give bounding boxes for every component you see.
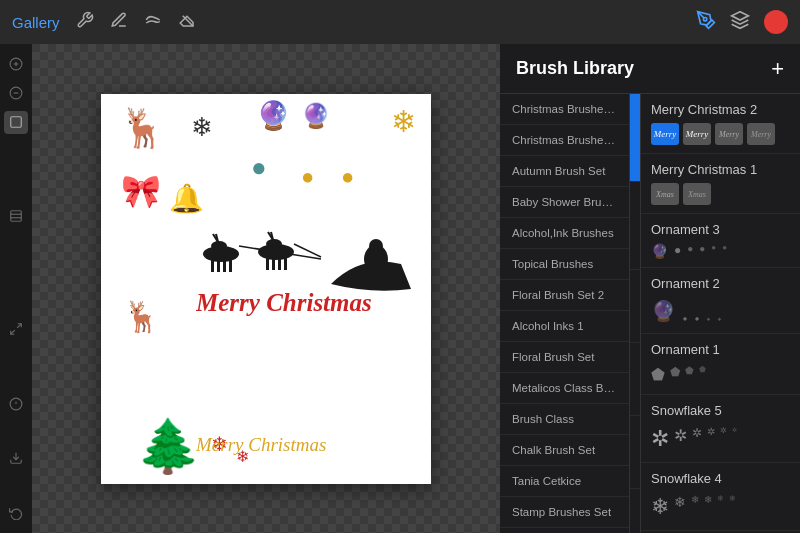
gold-snowflake: ❄	[391, 104, 416, 139]
brush-group-merry-christmas-1: Merry Christmas 1 Xmas Xmas	[641, 154, 800, 214]
svg-point-0	[704, 18, 707, 21]
ornament2-sm-4: ⬥	[717, 314, 722, 323]
left-tool-4[interactable]	[4, 204, 28, 227]
ornament3-item-3: ●	[687, 243, 693, 259]
brush-list: Merry Christmas 2Merry Christmas 1Orname…	[630, 94, 640, 533]
svg-rect-28	[272, 258, 275, 270]
ornament2-items: 🔮 ⬥ ⬥ ⬥ ⬥	[651, 297, 790, 325]
category-item-floral-brush-set[interactable]: Floral Brush Set	[500, 342, 629, 373]
brush-group-snowflake-5-label: Snowflake 5	[651, 403, 790, 418]
brush-group-snowflake-4-label: Snowflake 4	[651, 471, 790, 486]
gold-ornament-1: 🔮	[256, 99, 291, 132]
brush-item-ornament-3[interactable]: Ornament 3	[630, 270, 640, 343]
swatch-3[interactable]: Merry	[715, 123, 743, 145]
ornament1-item-3: ⬟	[685, 365, 694, 384]
ornament1-items: ⬟ ⬟ ⬟ ⬟	[651, 363, 790, 386]
category-item-metalicos-class-brus[interactable]: Metalicos Class Brus...	[500, 373, 629, 404]
ornament3-item-1: 🔮	[651, 243, 668, 259]
category-item-baby-shower-brushes[interactable]: Baby Shower Brushes	[500, 187, 629, 218]
erase-icon[interactable]	[178, 11, 196, 33]
left-tool-5[interactable]	[4, 318, 28, 341]
svg-rect-7	[11, 117, 22, 128]
category-item-alcoholink-brushes[interactable]: Alcohol,Ink Brushes	[500, 218, 629, 249]
svg-rect-8	[11, 211, 22, 222]
wrench-icon[interactable]	[76, 11, 94, 33]
sf5-large: ✲	[651, 426, 669, 452]
svg-point-26	[266, 239, 282, 249]
layers-icon[interactable]	[730, 10, 750, 34]
brush-group-ornament-3: Ornament 3 🔮 ● ● ● ● ●	[641, 214, 800, 268]
brush-library-title: Brush Library	[516, 58, 634, 79]
svg-rect-27	[266, 258, 269, 270]
svg-point-34	[369, 239, 383, 253]
svg-line-11	[17, 324, 21, 328]
pen-tool-icon[interactable]	[696, 10, 716, 34]
ornament2-big: 🔮	[651, 299, 676, 323]
category-item-stamp-brushes-set[interactable]: Stamp Brushes Set	[500, 497, 629, 528]
swatch-4[interactable]: Merry	[747, 123, 775, 145]
mc1-swatch-2[interactable]: Xmas	[683, 183, 711, 205]
swatch-selected[interactable]: Merry	[651, 123, 679, 145]
category-item-topical-brushes[interactable]: Topical Brushes	[500, 249, 629, 280]
left-tool-8[interactable]	[4, 502, 28, 525]
canvas-area[interactable]: 🦌 ❄ 🔮 🔮 ❄ 🎀 🔔 ● ● ●	[32, 44, 500, 533]
category-item-alcohol-inks-1[interactable]: Alcohol Inks 1	[500, 311, 629, 342]
category-item-brush-class[interactable]: Brush Class	[500, 404, 629, 435]
ornament1-item-1: ⬟	[651, 365, 665, 384]
category-item-christmas-brushes-v[interactable]: Christmas Brushes V	[500, 125, 629, 156]
left-tool-6[interactable]	[4, 392, 28, 415]
brush-group-snowflake-5: Snowflake 5 ✲ ✲ ✲ ✲ ✲ ✲	[641, 395, 800, 463]
sf4-sm-2: ❄	[717, 494, 724, 520]
teal-ornament: ●	[251, 152, 267, 183]
category-item-chalk-brush-set[interactable]: Chalk Brush Set	[500, 435, 629, 466]
ornament3-items: 🔮 ● ● ● ● ●	[651, 243, 727, 259]
brush-group-ornament-2-label: Ornament 2	[651, 276, 790, 291]
left-tool-3[interactable]	[4, 111, 28, 134]
toolbar-right	[696, 10, 788, 34]
brush-item-ornament-1[interactable]: Ornament 1	[630, 416, 640, 489]
sf4-med-1: ❄	[674, 494, 686, 520]
left-tool-1[interactable]	[4, 52, 28, 75]
brush-item-ornament-2[interactable]: Ornament 2	[630, 343, 640, 416]
xmas-content: 🦌 ❄ 🔮 🔮 ❄ 🎀 🔔 ● ● ●	[101, 94, 431, 484]
canvas-image[interactable]: 🦌 ❄ 🔮 🔮 ❄ 🎀 🔔 ● ● ●	[101, 94, 431, 484]
ornament1-item-2: ⬟	[670, 365, 680, 384]
category-item-tania-cetkice[interactable]: Tania Cetkice	[500, 466, 629, 497]
ornament2-sm-1: ⬥	[682, 312, 688, 323]
brush-panels: Christmas Brushes 2Christmas Brushes VAu…	[500, 94, 800, 533]
left-tool-2[interactable]	[4, 81, 28, 104]
color-swatch[interactable]	[764, 10, 788, 34]
smudge-icon[interactable]	[144, 11, 162, 33]
svg-line-12	[11, 331, 15, 335]
brush-group-merry-christmas-2-label: Merry Christmas 2	[651, 102, 790, 117]
main-content: 🦌 ❄ 🔮 🔮 ❄ 🎀 🔔 ● ● ●	[0, 44, 800, 533]
brush-group-ornament-1-label: Ornament 1	[651, 342, 790, 357]
brush-group-snowflake-4: Snowflake 4 ❄ ❄ ❄ ❄ ❄ ❄	[641, 463, 800, 531]
left-tool-7[interactable]	[4, 447, 28, 470]
swatch-2[interactable]: Merry	[683, 123, 711, 145]
brush-library-header: Brush Library +	[500, 44, 800, 94]
snowflake4-items: ❄ ❄ ❄ ❄ ❄ ❄	[651, 492, 790, 522]
snowflake5-items: ✲ ✲ ✲ ✲ ✲ ✲	[651, 424, 790, 454]
category-item-autumn-brush-set[interactable]: Autumn Brush Set	[500, 156, 629, 187]
santa-sleigh-svg	[191, 224, 421, 294]
brush-item-snowflake-5[interactable]: Snowflake 5	[630, 489, 640, 533]
brush-group-ornament-1: Ornament 1 ⬟ ⬟ ⬟ ⬟	[641, 334, 800, 395]
ornament1-item-4: ⬟	[699, 365, 706, 384]
brush-item-merry-christmas-1[interactable]: Merry Christmas 1	[630, 182, 640, 270]
ornament3-swatches: 🔮 ● ● ● ● ●	[651, 243, 790, 259]
ornament2-sm-2: ⬥	[694, 312, 700, 323]
pencil-icon[interactable]	[110, 11, 128, 33]
ornament3-item-5: ●	[711, 243, 716, 259]
sf5-sm-3: ✲	[732, 426, 737, 452]
gold-bells: 🔔	[169, 182, 204, 215]
add-brush-button[interactable]: +	[771, 56, 784, 82]
mc1-swatch-1[interactable]: Xmas	[651, 183, 679, 205]
svg-rect-22	[229, 260, 232, 272]
category-item-sketching[interactable]: Sketching	[500, 528, 629, 533]
brush-item-merry-christmas-2[interactable]: Merry Christmas 2	[630, 94, 640, 182]
category-item-christmas-brushes-2[interactable]: Christmas Brushes 2	[500, 94, 629, 125]
gallery-button[interactable]: Gallery	[12, 14, 60, 31]
christmas-tree: 🌲	[136, 420, 201, 472]
category-item-floral-brush-set-2[interactable]: Floral Brush Set 2	[500, 280, 629, 311]
